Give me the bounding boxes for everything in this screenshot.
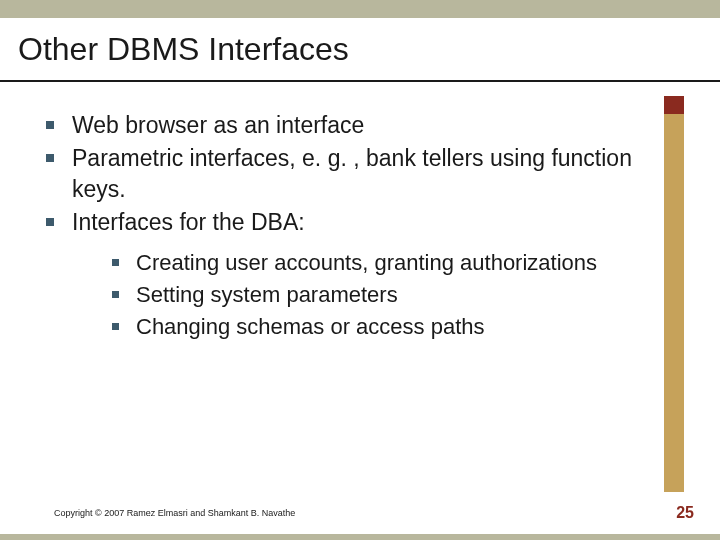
title-underline <box>0 80 720 82</box>
list-item-text: Setting system parameters <box>136 282 398 307</box>
slide: Other DBMS Interfaces Web browser as an … <box>0 0 720 540</box>
side-accent <box>664 96 684 492</box>
body-area: Web browser as an interface Parametric i… <box>40 110 652 343</box>
list-item-text: Interfaces for the DBA: <box>72 209 305 235</box>
page-number: 25 <box>676 504 694 522</box>
bullet-list: Web browser as an interface Parametric i… <box>40 110 652 238</box>
list-item: Web browser as an interface <box>40 110 652 141</box>
list-item: Parametric interfaces, e. g. , bank tell… <box>40 143 652 205</box>
list-item-text: Parametric interfaces, e. g. , bank tell… <box>72 145 632 202</box>
footer-copyright: Copyright © 2007 Ramez Elmasri and Shamk… <box>54 508 295 518</box>
list-item: Setting system parameters <box>108 280 652 310</box>
bottom-band <box>0 534 720 540</box>
top-band <box>0 0 720 18</box>
accent-top <box>664 96 684 114</box>
list-item-text: Web browser as an interface <box>72 112 364 138</box>
accent-bottom <box>664 114 684 492</box>
list-item: Changing schemas or access paths <box>108 312 652 342</box>
title-area: Other DBMS Interfaces <box>18 32 702 67</box>
slide-title: Other DBMS Interfaces <box>18 32 702 67</box>
list-item-text: Changing schemas or access paths <box>136 314 485 339</box>
list-item-text: Creating user accounts, granting authori… <box>136 250 597 275</box>
sub-bullet-list: Creating user accounts, granting authori… <box>108 248 652 341</box>
list-item: Interfaces for the DBA: <box>40 207 652 238</box>
list-item: Creating user accounts, granting authori… <box>108 248 652 278</box>
